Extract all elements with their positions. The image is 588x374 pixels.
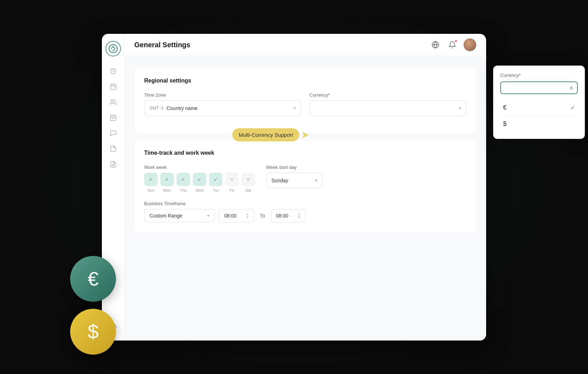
day-fri-label: Fri (230, 188, 234, 192)
sidebar-item-calendar[interactable] (107, 80, 120, 93)
timezone-label: Time Zone (144, 92, 301, 98)
currency-search-input[interactable] (505, 85, 567, 91)
day-sat-btn[interactable]: ✕ (241, 173, 255, 186)
euro-symbol: € (503, 104, 570, 111)
currency-dropdown: Currency* ∧ € ✓ $ (493, 66, 585, 139)
euro-circle-symbol: € (87, 267, 98, 290)
currency-option-dollar[interactable]: $ (500, 116, 578, 132)
main-content: General Settings Regional settings (124, 34, 486, 341)
day-tur: ✓ Tur (209, 173, 222, 192)
workweek-group: Work week ✓ Sun ✓ Mon ✓ (144, 165, 255, 192)
time-from-down-icon[interactable]: ▼ (246, 216, 249, 219)
avatar-image (464, 38, 476, 51)
currency-label: Currency* (310, 92, 466, 98)
notifications-icon[interactable] (447, 39, 458, 50)
time-from-input[interactable]: 08:00 ▲ ▼ (219, 209, 254, 223)
timeframe-section: Business Timeframe Custom Range ▾ 08:00 … (144, 201, 466, 223)
day-tur-btn[interactable]: ✓ (209, 173, 222, 186)
dropdown-chevron-icon[interactable]: ∧ (570, 85, 573, 91)
sidebar-item-users[interactable] (107, 96, 120, 109)
euro-check-icon: ✓ (570, 104, 575, 111)
day-fri: ✕ Fri (225, 173, 239, 192)
day-thu: ✓ Thu (177, 173, 190, 192)
day-sun-btn[interactable]: ✓ (144, 173, 158, 186)
app-logo[interactable] (105, 41, 121, 56)
page-header: General Settings (124, 34, 486, 56)
day-sat-label: Sat (245, 188, 251, 192)
time-to-down-icon[interactable]: ▼ (298, 216, 301, 219)
timezone-badge: GMT -1 (149, 106, 164, 111)
dollar-symbol: $ (503, 120, 575, 128)
header-actions (430, 38, 476, 51)
time-from-value: 08:00 (224, 213, 245, 219)
timezone-select[interactable]: GMT -1 Country name ▾ (144, 100, 301, 116)
regional-settings-section: Regional settings Time Zone GMT -1 Count… (134, 68, 476, 133)
page-body: Regional settings Time Zone GMT -1 Count… (124, 56, 486, 341)
globe-icon[interactable] (430, 39, 441, 50)
time-from-arrows: ▲ ▼ (246, 213, 249, 219)
dropdown-search-box[interactable]: ∧ (500, 81, 578, 94)
day-wed: ✓ Wed (193, 173, 206, 192)
currency-group: Currency* ▾ (310, 92, 466, 116)
timeframe-label: Business Timeframe (144, 201, 466, 206)
week-start-arrow-icon: ▾ (315, 178, 317, 183)
timeframe-range-value: Custom Range (149, 213, 204, 219)
day-sun-label: Sun (147, 188, 154, 192)
time-from-up-icon[interactable]: ▲ (246, 213, 249, 216)
timezone-group: Time Zone GMT -1 Country name ▾ (144, 92, 301, 116)
tooltip-text: Multi-Currency Support (239, 132, 293, 138)
regional-settings-title: Regional settings (144, 78, 466, 84)
timeframe-row: Custom Range ▾ 08:00 ▲ ▼ To 08:0 (144, 209, 466, 223)
dollar-circle-badge: $ (70, 309, 116, 355)
workweek-label: Work week (144, 165, 255, 170)
time-to-up-icon[interactable]: ▲ (298, 213, 301, 216)
workweek-title: Time-track and work week (144, 150, 466, 156)
workweek-section: Time-track and work week Work week ✓ Sun… (134, 140, 476, 233)
sidebar-item-schedule[interactable] (107, 111, 120, 124)
tooltip-badge: Multi-Currency Support ➤ (232, 128, 299, 141)
week-start-label: Week start day (266, 165, 323, 170)
timeframe-range-arrow-icon: ▾ (207, 213, 209, 218)
notification-dot (455, 40, 457, 42)
euro-circle-badge: € (70, 256, 116, 302)
time-to-arrows: ▲ ▼ (298, 213, 301, 219)
workweek-row: Work week ✓ Sun ✓ Mon ✓ (144, 165, 466, 192)
dollar-circle-symbol: $ (87, 320, 98, 343)
regional-form-row: Time Zone GMT -1 Country name ▾ Currency… (144, 92, 466, 116)
day-fri-btn[interactable]: ✕ (225, 173, 239, 186)
time-to-value: 08:00 (276, 213, 296, 219)
day-tur-label: Tur (213, 188, 219, 192)
week-start-select[interactable]: Sunday ▾ (266, 173, 323, 188)
week-start-value: Sunday (271, 178, 315, 183)
sidebar-item-file[interactable] (107, 142, 120, 155)
user-avatar[interactable] (464, 38, 476, 51)
time-to-input[interactable]: 08:00 ▲ ▼ (271, 209, 306, 223)
day-wed-label: Wed (196, 188, 203, 192)
tooltip-arrow-icon: ➤ (301, 129, 309, 141)
sidebar-item-history[interactable] (107, 65, 120, 78)
dropdown-currency-label: Currency* (500, 73, 578, 78)
currency-select[interactable]: ▾ (310, 100, 466, 116)
sidebar-item-messages[interactable] (107, 127, 120, 140)
timeframe-range-select[interactable]: Custom Range ▾ (144, 209, 215, 222)
week-start-group: Week start day Sunday ▾ (266, 165, 323, 188)
day-sat: ✕ Sat (241, 173, 255, 192)
currency-arrow-icon: ▾ (459, 106, 461, 111)
day-wed-btn[interactable]: ✓ (193, 173, 206, 186)
sidebar-item-reports[interactable] (107, 158, 120, 171)
timezone-value: Country name (166, 105, 294, 111)
to-label: To (258, 213, 267, 219)
timezone-arrow-icon: ▾ (294, 106, 296, 111)
day-mon: ✓ Mon (160, 173, 174, 192)
days-row: ✓ Sun ✓ Mon ✓ Thu (144, 173, 255, 192)
svg-point-6 (111, 99, 114, 102)
svg-rect-7 (110, 115, 116, 121)
svg-rect-2 (110, 84, 116, 90)
day-mon-btn[interactable]: ✓ (160, 173, 174, 186)
page-title: General Settings (134, 41, 430, 49)
day-sun: ✓ Sun (144, 173, 158, 192)
currency-option-euro[interactable]: € ✓ (500, 100, 578, 116)
day-thu-label: Thu (180, 188, 187, 192)
day-mon-label: Mon (163, 188, 171, 192)
day-thu-btn[interactable]: ✓ (177, 173, 190, 186)
